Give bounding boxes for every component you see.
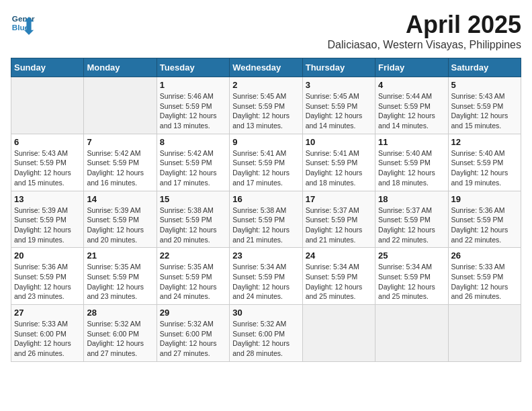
subtitle: Daliciasao, Western Visayas, Philippines	[328, 39, 521, 51]
calendar-cell: 30Sunrise: 5:32 AM Sunset: 6:00 PM Dayli…	[230, 305, 302, 362]
day-number: 10	[306, 137, 372, 147]
calendar-cell: 14Sunrise: 5:39 AM Sunset: 5:59 PM Dayli…	[84, 191, 157, 248]
day-number: 4	[378, 80, 445, 90]
day-number: 25	[378, 250, 445, 261]
calendar-cell: 13Sunrise: 5:39 AM Sunset: 5:59 PM Dayli…	[11, 191, 84, 248]
day-info: Sunrise: 5:40 AM Sunset: 5:59 PM Dayligh…	[378, 148, 445, 188]
day-info: Sunrise: 5:45 AM Sunset: 5:59 PM Dayligh…	[232, 91, 299, 131]
calendar-week-2: 6Sunrise: 5:43 AM Sunset: 5:59 PM Daylig…	[11, 134, 521, 191]
calendar-week-1: 1Sunrise: 5:46 AM Sunset: 5:59 PM Daylig…	[11, 77, 521, 134]
weekday-header-row: SundayMondayTuesdayWednesdayThursdayFrid…	[11, 58, 521, 77]
day-info: Sunrise: 5:34 AM Sunset: 5:59 PM Dayligh…	[306, 262, 372, 302]
calendar-week-5: 27Sunrise: 5:33 AM Sunset: 6:00 PM Dayli…	[11, 305, 521, 362]
day-number: 1	[160, 80, 226, 90]
calendar-cell: 15Sunrise: 5:38 AM Sunset: 5:59 PM Dayli…	[157, 191, 229, 248]
day-info: Sunrise: 5:34 AM Sunset: 5:59 PM Dayligh…	[378, 262, 445, 302]
calendar-cell	[448, 305, 521, 362]
day-number: 27	[14, 308, 81, 318]
day-info: Sunrise: 5:35 AM Sunset: 5:59 PM Dayligh…	[160, 262, 226, 302]
day-info: Sunrise: 5:45 AM Sunset: 5:59 PM Dayligh…	[306, 91, 372, 131]
calendar-cell	[84, 77, 157, 134]
day-info: Sunrise: 5:41 AM Sunset: 5:59 PM Dayligh…	[232, 148, 299, 188]
day-number: 24	[306, 250, 372, 261]
calendar-cell: 18Sunrise: 5:37 AM Sunset: 5:59 PM Dayli…	[375, 191, 448, 248]
day-number: 15	[160, 194, 226, 204]
main-title: April 2025	[328, 11, 521, 39]
day-number: 16	[232, 194, 299, 204]
calendar-cell: 28Sunrise: 5:32 AM Sunset: 6:00 PM Dayli…	[84, 305, 157, 362]
calendar-cell: 2Sunrise: 5:45 AM Sunset: 5:59 PM Daylig…	[230, 77, 302, 134]
day-number: 17	[306, 194, 372, 204]
calendar-cell: 10Sunrise: 5:41 AM Sunset: 5:59 PM Dayli…	[302, 134, 375, 191]
calendar-body: 1Sunrise: 5:46 AM Sunset: 5:59 PM Daylig…	[11, 77, 521, 362]
weekday-thursday: Thursday	[302, 58, 375, 77]
day-number: 9	[232, 137, 299, 147]
calendar-cell: 26Sunrise: 5:33 AM Sunset: 5:59 PM Dayli…	[448, 248, 521, 305]
calendar-cell	[302, 305, 375, 362]
day-number: 19	[451, 194, 518, 204]
day-number: 30	[232, 308, 299, 318]
calendar-table: SundayMondayTuesdayWednesdayThursdayFrid…	[11, 58, 521, 362]
day-info: Sunrise: 5:32 AM Sunset: 6:00 PM Dayligh…	[160, 319, 226, 359]
day-number: 14	[87, 194, 153, 204]
calendar-cell: 4Sunrise: 5:44 AM Sunset: 5:59 PM Daylig…	[375, 77, 448, 134]
day-number: 8	[160, 137, 226, 147]
day-number: 2	[232, 80, 299, 90]
day-info: Sunrise: 5:39 AM Sunset: 5:59 PM Dayligh…	[87, 205, 153, 245]
calendar-cell: 24Sunrise: 5:34 AM Sunset: 5:59 PM Dayli…	[302, 248, 375, 305]
day-number: 11	[378, 137, 445, 147]
weekday-monday: Monday	[84, 58, 157, 77]
day-info: Sunrise: 5:37 AM Sunset: 5:59 PM Dayligh…	[378, 205, 445, 245]
calendar-cell: 23Sunrise: 5:34 AM Sunset: 5:59 PM Dayli…	[230, 248, 302, 305]
day-info: Sunrise: 5:38 AM Sunset: 5:59 PM Dayligh…	[160, 205, 226, 245]
title-area: April 2025 Daliciasao, Western Visayas, …	[328, 11, 521, 51]
day-info: Sunrise: 5:35 AM Sunset: 5:59 PM Dayligh…	[87, 262, 153, 302]
calendar-cell: 8Sunrise: 5:42 AM Sunset: 5:59 PM Daylig…	[157, 134, 229, 191]
calendar-cell: 25Sunrise: 5:34 AM Sunset: 5:59 PM Dayli…	[375, 248, 448, 305]
calendar-cell	[11, 77, 84, 134]
calendar-cell: 27Sunrise: 5:33 AM Sunset: 6:00 PM Dayli…	[11, 305, 84, 362]
day-number: 12	[451, 137, 518, 147]
day-info: Sunrise: 5:40 AM Sunset: 5:59 PM Dayligh…	[451, 148, 518, 188]
day-info: Sunrise: 5:42 AM Sunset: 5:59 PM Dayligh…	[160, 148, 226, 188]
weekday-tuesday: Tuesday	[157, 58, 229, 77]
logo-icon: General Blue	[11, 11, 35, 35]
svg-text:General: General	[12, 14, 35, 23]
day-info: Sunrise: 5:33 AM Sunset: 5:59 PM Dayligh…	[451, 262, 518, 302]
calendar-week-4: 20Sunrise: 5:36 AM Sunset: 5:59 PM Dayli…	[11, 248, 521, 305]
day-number: 13	[14, 194, 81, 204]
day-info: Sunrise: 5:32 AM Sunset: 6:00 PM Dayligh…	[87, 319, 153, 359]
day-info: Sunrise: 5:43 AM Sunset: 5:59 PM Dayligh…	[451, 91, 518, 131]
day-info: Sunrise: 5:43 AM Sunset: 5:59 PM Dayligh…	[14, 148, 81, 188]
calendar-cell: 12Sunrise: 5:40 AM Sunset: 5:59 PM Dayli…	[448, 134, 521, 191]
weekday-saturday: Saturday	[448, 58, 521, 77]
calendar-week-3: 13Sunrise: 5:39 AM Sunset: 5:59 PM Dayli…	[11, 191, 521, 248]
day-info: Sunrise: 5:41 AM Sunset: 5:59 PM Dayligh…	[306, 148, 372, 188]
calendar-cell: 19Sunrise: 5:36 AM Sunset: 5:59 PM Dayli…	[448, 191, 521, 248]
day-info: Sunrise: 5:39 AM Sunset: 5:59 PM Dayligh…	[14, 205, 81, 245]
calendar-cell: 9Sunrise: 5:41 AM Sunset: 5:59 PM Daylig…	[230, 134, 302, 191]
day-info: Sunrise: 5:34 AM Sunset: 5:59 PM Dayligh…	[232, 262, 299, 302]
day-number: 5	[451, 80, 518, 90]
day-info: Sunrise: 5:38 AM Sunset: 5:59 PM Dayligh…	[232, 205, 299, 245]
day-number: 21	[87, 250, 153, 261]
day-number: 18	[378, 194, 445, 204]
calendar-cell: 5Sunrise: 5:43 AM Sunset: 5:59 PM Daylig…	[448, 77, 521, 134]
calendar-cell: 3Sunrise: 5:45 AM Sunset: 5:59 PM Daylig…	[302, 77, 375, 134]
day-info: Sunrise: 5:32 AM Sunset: 6:00 PM Dayligh…	[232, 319, 299, 359]
day-number: 3	[306, 80, 372, 90]
weekday-wednesday: Wednesday	[230, 58, 302, 77]
day-number: 6	[14, 137, 81, 147]
day-number: 26	[451, 250, 518, 261]
day-info: Sunrise: 5:37 AM Sunset: 5:59 PM Dayligh…	[306, 205, 372, 245]
day-info: Sunrise: 5:36 AM Sunset: 5:59 PM Dayligh…	[14, 262, 81, 302]
calendar-cell: 7Sunrise: 5:42 AM Sunset: 5:59 PM Daylig…	[84, 134, 157, 191]
day-info: Sunrise: 5:44 AM Sunset: 5:59 PM Dayligh…	[378, 91, 445, 131]
calendar-cell: 11Sunrise: 5:40 AM Sunset: 5:59 PM Dayli…	[375, 134, 448, 191]
calendar-cell: 20Sunrise: 5:36 AM Sunset: 5:59 PM Dayli…	[11, 248, 84, 305]
day-number: 20	[14, 250, 81, 261]
calendar-cell	[375, 305, 448, 362]
day-info: Sunrise: 5:46 AM Sunset: 5:59 PM Dayligh…	[160, 91, 226, 131]
day-number: 23	[232, 250, 299, 261]
day-info: Sunrise: 5:36 AM Sunset: 5:59 PM Dayligh…	[451, 205, 518, 245]
